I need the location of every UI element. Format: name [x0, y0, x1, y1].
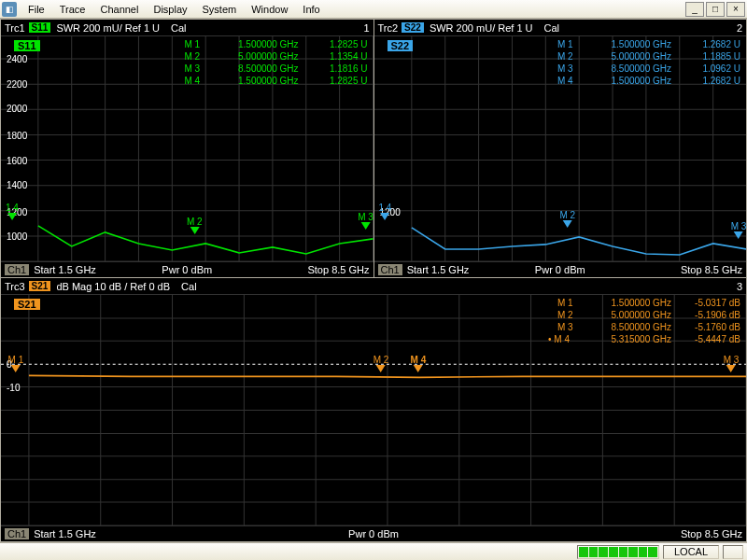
panel1-num: 1 — [363, 22, 369, 34]
trc3-label: Trc3 — [5, 281, 25, 292]
ylabel: 1600 — [7, 155, 27, 165]
panel3-format: dB Mag 10 dB / Ref 0 dB — [56, 281, 170, 292]
panel3-cal: Cal — [181, 281, 197, 292]
menu-info[interactable]: Info — [295, 2, 327, 17]
panel2-start: Start 1.5 GHz — [407, 264, 470, 275]
marker-m1-m4[interactable]: 1 4 — [379, 203, 392, 220]
panel1-format: SWR 200 mU/ Ref 1 U — [56, 22, 160, 34]
s21-badge: S21 — [14, 299, 40, 310]
marker-m2[interactable]: M 2 — [187, 217, 203, 234]
panel1-footer: Ch1 Start 1.5 GHz Pwr 0 dBm Stop 8.5 GHz — [1, 261, 374, 277]
ch-badge: Ch1 — [5, 528, 29, 539]
panel2-plot[interactable]: S22 M 11.500000 GHz1.2682 U M 25.000000 … — [374, 36, 747, 261]
close-button[interactable]: × — [726, 2, 745, 17]
trc1-label: Trc1 — [5, 22, 25, 34]
ylabel: -10 — [7, 382, 20, 392]
panel3-num: 3 — [737, 281, 742, 292]
s21-tag: S21 — [29, 281, 51, 291]
panel1-stop: Stop 8.5 GHz — [307, 264, 369, 275]
panel2-header: Trc2 S22 SWR 200 mU/ Ref 1 U Cal 2 — [374, 20, 747, 36]
ylabel: 2200 — [7, 78, 27, 89]
marker-m4[interactable]: M 4 — [411, 355, 427, 372]
panel2-cal: Cal — [544, 22, 560, 34]
app-icon: ◧ — [2, 2, 17, 17]
trace-panel-s22[interactable]: Trc2 S22 SWR 200 mU/ Ref 1 U Cal 2 S22 M… — [374, 19, 748, 278]
panel1-pwr: Pwr 0 dBm — [162, 264, 212, 275]
panel2-format: SWR 200 mU/ Ref 1 U — [430, 22, 533, 34]
ylabel: 2400 — [7, 54, 27, 64]
menu-window[interactable]: Window — [244, 2, 295, 17]
panel1-cal: Cal — [171, 22, 187, 34]
minimize-button[interactable]: _ — [685, 2, 704, 17]
panel1-marker-table: M 11.500000 GHz1.2825 U M 25.000000 GHz1… — [185, 38, 368, 87]
marker-m1-m4[interactable]: 1 4 — [6, 203, 19, 220]
marker-m2[interactable]: M 2 — [559, 210, 575, 228]
menu-file[interactable]: File — [21, 2, 52, 17]
trace-panel-s11[interactable]: Trc1 S11 SWR 200 mU/ Ref 1 U Cal 1 S11 M… — [0, 19, 374, 278]
status-bar: LOCAL — [0, 542, 747, 560]
maximize-button[interactable]: □ — [706, 2, 725, 17]
panel1-header: Trc1 S11 SWR 200 mU/ Ref 1 U Cal 1 — [1, 20, 374, 36]
s22-tag: S22 — [402, 22, 424, 33]
status-empty — [723, 545, 743, 559]
ylabel: 1400 — [7, 180, 27, 190]
panel3-stop: Stop 8.5 GHz — [681, 528, 742, 539]
panel2-num: 2 — [737, 22, 742, 34]
trc2-label: Trc2 — [378, 22, 399, 34]
panel1-plot[interactable]: S11 M 11.500000 GHz1.2825 U M 25.000000 … — [1, 36, 374, 261]
marker-m2[interactable]: M 2 — [374, 355, 389, 372]
marker-m1[interactable]: M 1 — [8, 355, 24, 372]
marker-m3[interactable]: M 3 — [724, 355, 740, 372]
ylabel: 1000 — [7, 231, 27, 242]
panel2-pwr: Pwr 0 dBm — [535, 264, 585, 275]
s22-badge: S22 — [388, 40, 414, 51]
panel2-footer: Ch1 Start 1.5 GHz Pwr 0 dBm Stop 8.5 GHz — [374, 261, 747, 277]
menu-bar: ◧ File Trace Channel Display System Wind… — [0, 0, 747, 19]
ch-badge: Ch1 — [378, 264, 402, 275]
panel2-stop: Stop 8.5 GHz — [681, 264, 742, 275]
menu-channel[interactable]: Channel — [92, 2, 146, 17]
ylabel: 1800 — [7, 131, 27, 141]
panel1-start: Start 1.5 GHz — [34, 264, 96, 275]
panel2-marker-table: M 11.500000 GHz1.2682 U M 25.000000 GHz1… — [557, 38, 740, 87]
marker-m3[interactable]: M 3 — [731, 221, 746, 239]
s11-badge: S11 — [14, 40, 40, 51]
panel3-marker-table: M 11.500000 GHz-5.0317 dB M 25.000000 GH… — [548, 297, 740, 345]
panel3-start: Start 1.5 GHz — [34, 528, 96, 539]
local-indicator: LOCAL — [663, 545, 719, 559]
s11-tag: S11 — [29, 22, 51, 33]
ylabel: 2000 — [7, 104, 27, 114]
trace-panel-s21[interactable]: Trc3 S21 dB Mag 10 dB / Ref 0 dB Cal 3 S… — [0, 278, 747, 542]
marker-m3[interactable]: M 3 — [358, 212, 373, 230]
panel3-plot[interactable]: S21 M 11.500000 GHz-5.0317 dB M 25.00000… — [1, 295, 746, 525]
ch-badge: Ch1 — [5, 264, 29, 275]
panel3-pwr: Pwr 0 dBm — [348, 528, 399, 539]
menu-display[interactable]: Display — [146, 2, 194, 17]
panel3-header: Trc3 S21 dB Mag 10 dB / Ref 0 dB Cal 3 — [1, 278, 746, 295]
menu-system[interactable]: System — [195, 2, 245, 17]
menu-trace[interactable]: Trace — [52, 2, 93, 17]
progress-indicator — [577, 545, 659, 559]
panel3-footer: Ch1 Start 1.5 GHz Pwr 0 dBm Stop 8.5 GHz — [1, 525, 746, 541]
